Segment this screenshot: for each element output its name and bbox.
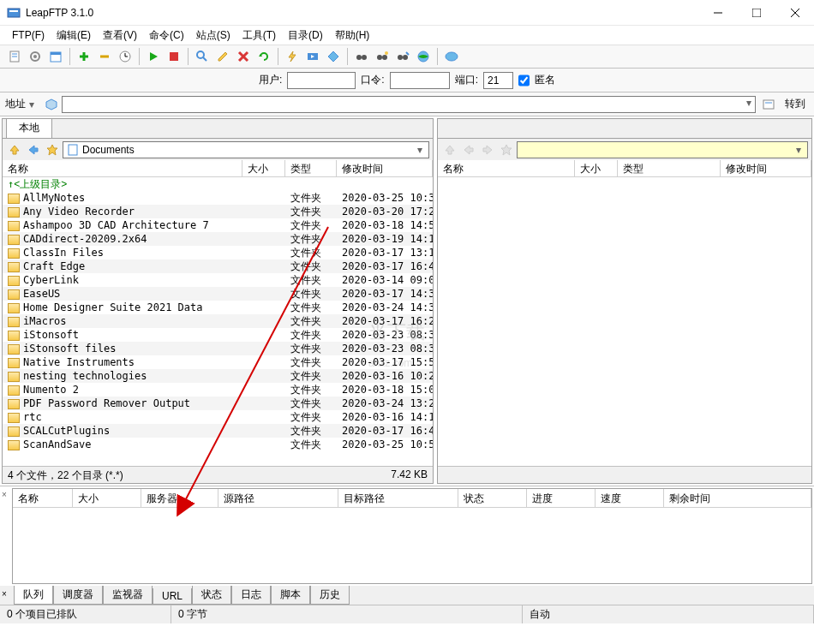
tb-diamond-icon[interactable]: [324, 47, 343, 66]
qcol-src[interactable]: 源路径: [218, 489, 338, 507]
menu-tools[interactable]: 工具(T): [237, 27, 281, 45]
qcol-size[interactable]: 大小: [73, 489, 141, 507]
tb-pencil-icon[interactable]: [213, 47, 232, 66]
rcol-size[interactable]: 大小: [575, 160, 618, 176]
tb-find-icon[interactable]: [393, 47, 412, 66]
qcol-server[interactable]: 服务器: [141, 489, 218, 507]
local-file-list[interactable]: ↑<上级目录> AllMyNotes文件夹2020-03-25 10:37Any…: [3, 177, 433, 466]
btab-monitor[interactable]: 监视器: [103, 586, 153, 605]
btab-url[interactable]: URL: [153, 588, 192, 605]
user-input[interactable]: [287, 72, 356, 89]
parent-dir-row[interactable]: ↑<上级目录>: [3, 177, 433, 191]
tb-search-icon[interactable]: [193, 47, 212, 66]
menu-directory[interactable]: 目录(D): [283, 27, 328, 45]
tb-plus-icon[interactable]: [75, 47, 93, 66]
tb-document-icon[interactable]: [5, 47, 24, 66]
queue-close-x[interactable]: ×: [2, 490, 7, 499]
file-row[interactable]: nesting technologies文件夹2020-03-16 10:27: [3, 369, 433, 383]
svg-rect-20: [170, 52, 178, 61]
tb-minus-icon[interactable]: [95, 47, 114, 66]
file-row[interactable]: CADdirect-20209.2x64文件夹2020-03-19 14:13: [3, 232, 433, 246]
local-tab[interactable]: 本地: [6, 119, 52, 138]
tb-transfer-icon[interactable]: [303, 47, 322, 66]
nav-back-icon[interactable]: [25, 141, 42, 158]
remote-fav-icon[interactable]: [498, 141, 515, 158]
menu-ftp[interactable]: FTP(F): [7, 27, 50, 43]
btab-status[interactable]: 状态: [192, 586, 231, 605]
qcol-name[interactable]: 名称: [13, 489, 73, 507]
menu-command[interactable]: 命令(C): [144, 27, 189, 45]
file-row[interactable]: iStonsoft文件夹2020-03-23 08:33: [3, 328, 433, 342]
tb-calendar-icon[interactable]: [46, 47, 65, 66]
tb-globe-icon[interactable]: [414, 47, 433, 66]
file-row[interactable]: Numento 2文件夹2020-03-18 15:00: [3, 383, 433, 397]
remote-fwd-icon[interactable]: [479, 141, 496, 158]
file-row[interactable]: EaseUS文件夹2020-03-17 14:30: [3, 287, 433, 301]
password-label: 口令:: [361, 73, 384, 87]
rcol-mtime[interactable]: 修改时间: [721, 160, 811, 176]
file-row[interactable]: Native Instruments文件夹2020-03-17 15:53: [3, 355, 433, 369]
tb-play-icon[interactable]: [144, 47, 163, 66]
btab-scheduler[interactable]: 调度器: [53, 586, 103, 605]
qcol-dst[interactable]: 目标路径: [338, 489, 458, 507]
btab-history[interactable]: 历史: [310, 586, 350, 605]
qcol-progress[interactable]: 进度: [527, 489, 596, 507]
rcol-type[interactable]: 类型: [618, 160, 721, 176]
col-size[interactable]: 大小: [242, 160, 285, 176]
file-row[interactable]: Craft Edge文件夹2020-03-17 16:42: [3, 259, 433, 273]
close-button[interactable]: [775, 0, 814, 25]
port-input[interactable]: [483, 72, 513, 89]
col-name[interactable]: 名称: [3, 160, 242, 176]
local-path-combo[interactable]: Documents ▾: [63, 141, 429, 158]
go-label[interactable]: 转到: [781, 97, 809, 111]
password-input[interactable]: [390, 72, 450, 89]
file-row[interactable]: PDF Password Remover Output文件夹2020-03-24…: [3, 397, 433, 410]
file-row[interactable]: iMacros文件夹2020-03-17 16:22: [3, 314, 433, 328]
remote-path-combo[interactable]: ▾: [517, 141, 808, 158]
tb-binoculars-icon[interactable]: [352, 47, 371, 66]
remote-up-icon[interactable]: [441, 141, 458, 158]
file-row[interactable]: rtc文件夹2020-03-16 14:15: [3, 410, 433, 424]
tb-delete-icon[interactable]: [234, 47, 253, 66]
tb-clock-icon[interactable]: [116, 47, 135, 66]
rcol-name[interactable]: 名称: [438, 160, 575, 176]
qcol-speed[interactable]: 速度: [596, 489, 664, 507]
col-type[interactable]: 类型: [285, 160, 337, 176]
file-row[interactable]: Ashampoo 3D CAD Architecture 7文件夹2020-03…: [3, 218, 433, 232]
qcol-status[interactable]: 状态: [458, 489, 527, 507]
tabs-close-x[interactable]: ×: [2, 589, 7, 599]
remote-file-list[interactable]: [438, 177, 811, 466]
menu-site[interactable]: 站点(S): [191, 27, 236, 45]
history-icon[interactable]: [759, 95, 778, 114]
tb-binoculars2-icon[interactable]: [373, 47, 392, 66]
qcol-remain[interactable]: 剩余时间: [664, 489, 811, 507]
svg-marker-49: [464, 146, 473, 154]
menu-edit[interactable]: 编辑(E): [51, 27, 96, 45]
minimize-button[interactable]: [698, 0, 737, 25]
tb-info-icon[interactable]: [442, 47, 461, 66]
nav-fav-icon[interactable]: [44, 141, 61, 158]
tb-stop-icon[interactable]: [165, 47, 183, 66]
menu-help[interactable]: 帮助(H): [330, 27, 375, 45]
file-row[interactable]: AllMyNotes文件夹2020-03-25 10:37: [3, 191, 433, 205]
file-row[interactable]: ScanAndSave文件夹2020-03-25 10:53: [3, 438, 433, 451]
col-mtime[interactable]: 修改时间: [337, 160, 433, 176]
file-row[interactable]: Any Video Recorder文件夹2020-03-20 17:20: [3, 205, 433, 218]
remote-back-icon[interactable]: [460, 141, 477, 158]
btab-script[interactable]: 脚本: [271, 586, 310, 605]
file-row[interactable]: iStonsoft files文件夹2020-03-23 08:33: [3, 342, 433, 355]
tb-bolt-icon[interactable]: [283, 47, 302, 66]
file-row[interactable]: SCALCutPlugins文件夹2020-03-17 16:42: [3, 424, 433, 438]
tb-gear-icon[interactable]: [26, 47, 45, 66]
maximize-button[interactable]: [737, 0, 775, 25]
anonymous-checkbox[interactable]: [518, 72, 530, 89]
btab-queue[interactable]: 队列: [14, 586, 53, 605]
address-combo[interactable]: ▾: [62, 96, 756, 113]
nav-up-icon[interactable]: [6, 141, 23, 158]
btab-log[interactable]: 日志: [231, 586, 271, 605]
menu-view[interactable]: 查看(V): [98, 27, 142, 45]
file-row[interactable]: CyberLink文件夹2020-03-14 09:00: [3, 273, 433, 287]
file-row[interactable]: Home Designer Suite 2021 Data文件夹2020-03-…: [3, 301, 433, 314]
file-row[interactable]: ClassIn Files文件夹2020-03-17 13:10: [3, 246, 433, 259]
tb-refresh-icon[interactable]: [254, 47, 273, 66]
